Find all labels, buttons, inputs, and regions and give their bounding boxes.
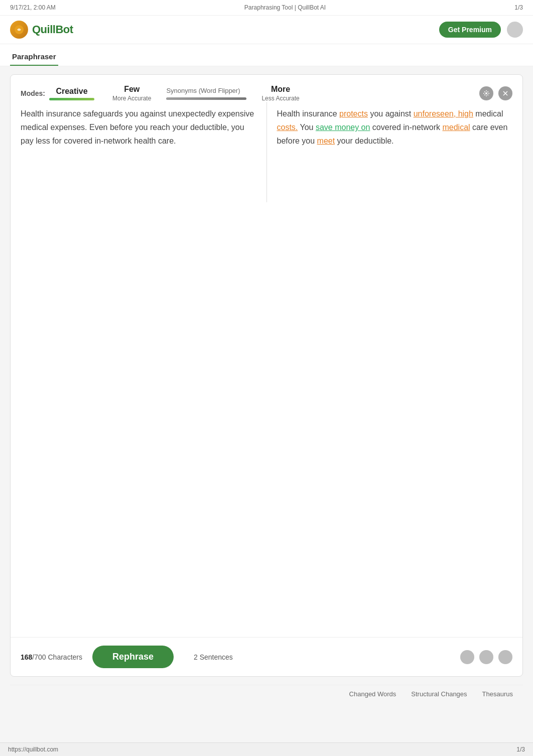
creative-slider [49, 98, 94, 100]
sentence-count: 2 Sentences [194, 653, 233, 661]
output-seg-7: your deductible. [335, 137, 393, 145]
header: QuillBot Get Premium [0, 16, 533, 44]
output-seg-2: you against [368, 109, 414, 118]
few-more-label: Few [124, 85, 140, 94]
output-seg-4: You [298, 123, 316, 132]
browser-page-title: Paraphrasing Tool | QuillBot AI [244, 4, 326, 11]
tab-structural-changes[interactable]: Structural Changes [411, 690, 467, 698]
bottom-icons [460, 650, 512, 664]
output-save-money[interactable]: save money on [316, 123, 370, 132]
output-medical[interactable]: medical [442, 123, 470, 132]
char-count: 168/700 Characters [21, 653, 82, 661]
input-panel[interactable]: Health insurance safeguards you against … [21, 102, 256, 202]
few-more-sub: More Accurate [112, 95, 151, 102]
char-label: Characters [48, 653, 82, 661]
content-area: Health insurance safeguards you against … [21, 102, 512, 202]
browser-url: https://quillbot.com [8, 746, 58, 753]
svg-point-1 [485, 92, 487, 94]
creative-mode-label: Creative [56, 87, 87, 96]
output-protects[interactable]: protects [339, 109, 368, 118]
copy-icon[interactable] [460, 650, 474, 664]
download-icon[interactable] [498, 650, 512, 664]
footer-tabs: Changed Words Structural Changes Thesaur… [10, 685, 523, 703]
rephrase-button[interactable]: Rephrase [92, 646, 174, 668]
synonyms-label: Synonyms (Word Flipper) [166, 87, 240, 94]
tab-thesaurus[interactable]: Thesaurus [482, 690, 513, 698]
header-right: Get Premium [439, 22, 523, 38]
footer-page-num: 1/3 [516, 746, 525, 753]
synonyms-group: Synonyms (Word Flipper) [166, 87, 246, 100]
nav-bar: Paraphraser [0, 44, 533, 66]
more-less-sub: Less Accurate [261, 95, 299, 102]
settings-icon[interactable] [479, 86, 493, 100]
browser-bar: 9/17/21, 2:00 AM Paraphrasing Tool | Qui… [0, 0, 533, 16]
input-text[interactable]: Health insurance safeguards you against … [21, 107, 256, 148]
logo-area: QuillBot [10, 21, 73, 39]
close-icon[interactable] [498, 86, 512, 100]
nav-paraphraser[interactable]: Paraphraser [10, 48, 58, 66]
char-max: 700 [34, 653, 46, 661]
share-icon[interactable] [479, 650, 493, 664]
browser-datetime: 9/17/21, 2:00 AM [10, 4, 56, 11]
more-less-label: More [271, 85, 290, 94]
output-seg-1: Health insurance [277, 109, 340, 118]
output-unforeseen[interactable]: unforeseen, high [414, 109, 473, 118]
modes-label: Modes: [21, 89, 45, 97]
output-seg-3: medical [473, 109, 503, 118]
output-text: Health insurance protects you against un… [277, 107, 513, 148]
user-avatar[interactable] [507, 22, 523, 38]
page-number: 1/3 [514, 4, 523, 11]
vertical-divider [266, 102, 267, 202]
output-panel: Health insurance protects you against un… [277, 102, 513, 202]
modes-row: Modes: Creative Few More Accurate Synony… [21, 85, 512, 102]
bottom-bar: 168/700 Characters Rephrase 2 Sentences [11, 637, 522, 676]
logo-text: QuillBot [32, 23, 73, 36]
output-costs[interactable]: costs. [277, 123, 298, 132]
char-count-number: 168 [21, 653, 32, 661]
synonyms-slider[interactable] [166, 97, 246, 100]
top-icons [479, 86, 512, 100]
browser-footer: https://quillbot.com 1/3 [0, 742, 533, 756]
get-premium-button[interactable]: Get Premium [439, 22, 501, 38]
output-meet[interactable]: meet [317, 137, 335, 145]
more-less-mode[interactable]: More Less Accurate [261, 85, 299, 102]
logo-icon [10, 21, 28, 39]
tab-changed-words[interactable]: Changed Words [349, 690, 396, 698]
few-more-mode[interactable]: Few More Accurate [112, 85, 151, 102]
creative-mode[interactable]: Creative [49, 87, 94, 100]
main-card: Modes: Creative Few More Accurate Synony… [10, 74, 523, 677]
output-seg-5: covered in-network [370, 123, 442, 132]
